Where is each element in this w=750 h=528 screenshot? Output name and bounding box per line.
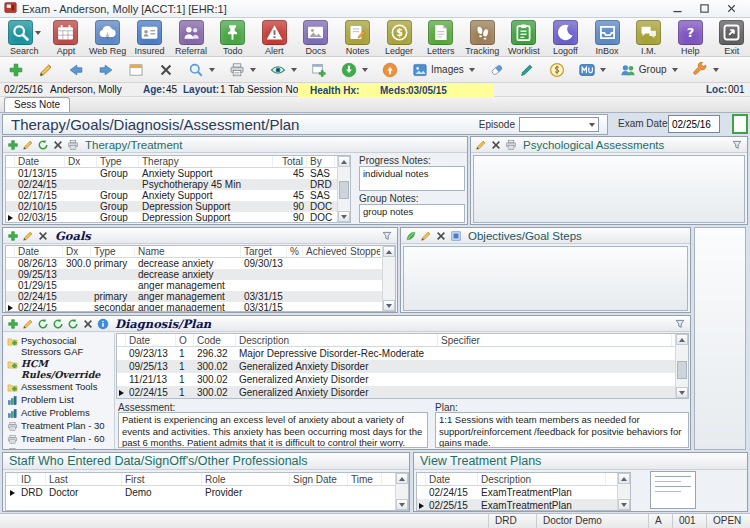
chevron-down-icon[interactable] bbox=[600, 68, 606, 72]
upload-button[interactable] bbox=[382, 62, 398, 78]
toolbar-button-referral[interactable]: Referral bbox=[173, 20, 210, 56]
table-row[interactable]: 01/29/15anger management bbox=[6, 280, 382, 291]
toolbar-button-letters[interactable]: Letters bbox=[422, 20, 459, 56]
plan-field[interactable]: 1:1 Sessions with team members as needed… bbox=[435, 412, 689, 448]
toolbar-button-ledger[interactable]: $Ledger bbox=[381, 20, 418, 56]
vertical-scrollbar[interactable] bbox=[617, 473, 630, 510]
sidebar-item-treatment-plan-90[interactable]: Treatment Plan - 90 bbox=[5, 446, 113, 449]
add-button[interactable] bbox=[8, 62, 24, 78]
scroll-track[interactable] bbox=[676, 345, 688, 387]
edit-pencil-icon[interactable] bbox=[475, 139, 487, 151]
print-icon[interactable] bbox=[505, 139, 517, 151]
scroll-up-button[interactable] bbox=[338, 156, 350, 167]
sidebar-item-assessment-tools[interactable]: Assessment Tools bbox=[5, 381, 113, 394]
table-row[interactable]: 08/26/13300.02primarydecrease anxiety09/… bbox=[6, 258, 382, 269]
health-meds-band[interactable]: Health Hx: Meds: 03/05/15 bbox=[298, 84, 494, 98]
sidebar-item-treatment-plan-30[interactable]: Treatment Plan - 30 bbox=[5, 420, 113, 433]
close-button[interactable] bbox=[725, 2, 738, 15]
filter-icon[interactable] bbox=[674, 318, 686, 330]
table-row[interactable]: 01/13/15GroupAnxiety Support45SAS bbox=[6, 168, 337, 179]
sidebar-item-treatment-plan-60[interactable]: Treatment Plan - 60 bbox=[5, 433, 113, 446]
toolbar-button-inbox[interactable]: InBox bbox=[589, 20, 626, 56]
download-button[interactable] bbox=[341, 62, 368, 78]
table-row[interactable]: DRDDoctorDemoProvider bbox=[6, 486, 395, 499]
add-icon[interactable] bbox=[7, 318, 19, 330]
exam-date-indicator[interactable] bbox=[732, 114, 748, 134]
assessment-field[interactable]: Patient is experiencing an excess level … bbox=[118, 412, 428, 448]
pill-button[interactable] bbox=[489, 62, 505, 78]
leaf-icon[interactable] bbox=[405, 230, 417, 242]
toolbar-button-tracking[interactable]: Tracking bbox=[464, 20, 501, 56]
chevron-down-icon[interactable] bbox=[291, 68, 297, 72]
table-row[interactable]: 02/24/15primaryanger management03/31/15 bbox=[6, 291, 382, 302]
group-notes-field[interactable]: group notes bbox=[359, 204, 465, 223]
sidebar-item-problem-list[interactable]: Problem List bbox=[5, 394, 113, 407]
refresh-icon[interactable] bbox=[52, 318, 64, 330]
add-icon[interactable] bbox=[7, 139, 19, 151]
print-button[interactable] bbox=[229, 62, 256, 78]
new-window-button[interactable] bbox=[311, 62, 327, 78]
chevron-down-icon[interactable] bbox=[469, 68, 475, 72]
group-button[interactable]: Group bbox=[620, 62, 678, 78]
episode-select[interactable] bbox=[519, 117, 599, 132]
toolbar-button-appt[interactable]: Appt bbox=[48, 20, 85, 56]
sidebar-item-active-problems[interactable]: Active Problems bbox=[5, 407, 113, 420]
zoom-button[interactable] bbox=[188, 62, 215, 78]
info-icon[interactable] bbox=[97, 318, 109, 330]
scroll-up-button[interactable] bbox=[396, 473, 408, 484]
edit-pencil-icon[interactable] bbox=[22, 139, 34, 151]
arrow-right-button[interactable] bbox=[98, 62, 114, 78]
scroll-down-button[interactable] bbox=[618, 499, 630, 510]
progress-notes-field[interactable]: individual notes bbox=[359, 166, 465, 191]
arrow-left-button[interactable] bbox=[68, 62, 84, 78]
table-row[interactable]: 02/03/15GroupDepression Support90DOC bbox=[6, 212, 337, 222]
table-row[interactable]: 02/24/15ExamTreatmentPlan bbox=[417, 486, 617, 499]
scroll-thumb[interactable] bbox=[339, 181, 349, 199]
toolbar-button-worklist[interactable]: Worklist bbox=[506, 20, 543, 56]
delete-x-icon[interactable] bbox=[82, 318, 94, 330]
chevron-down-icon[interactable] bbox=[362, 68, 368, 72]
scroll-up-button[interactable] bbox=[676, 334, 688, 345]
toolbar-button-i-m[interactable]: I.M. bbox=[630, 20, 667, 56]
table-row[interactable]: 02/24/151300.02Generalized Anxiety Disor… bbox=[117, 386, 675, 398]
toolbar-button-docs[interactable]: Docs bbox=[298, 20, 335, 56]
edit-pencil-icon[interactable] bbox=[22, 230, 34, 242]
toolbar-button-notes[interactable]: Notes bbox=[339, 20, 376, 56]
delete-x-button[interactable] bbox=[158, 62, 174, 78]
table-row[interactable]: 02/24/15secondaryanger management03/31/1… bbox=[6, 302, 382, 311]
table-row[interactable]: 09/25/131300.02Generalized Anxiety Disor… bbox=[117, 360, 675, 373]
table-row[interactable]: 02/25/15ExamTreatmentPlan bbox=[417, 499, 617, 510]
vertical-scrollbar[interactable] bbox=[395, 473, 408, 510]
edit-pencil-button[interactable] bbox=[38, 62, 54, 78]
images-button[interactable]: Images bbox=[412, 62, 475, 78]
refresh-icon[interactable] bbox=[67, 318, 79, 330]
edit-pencil-icon[interactable] bbox=[22, 318, 34, 330]
filter-icon[interactable] bbox=[381, 230, 393, 242]
scroll-down-button[interactable] bbox=[383, 300, 395, 311]
mu-button[interactable] bbox=[579, 62, 606, 78]
scroll-track[interactable] bbox=[618, 484, 630, 499]
vertical-scrollbar[interactable] bbox=[675, 334, 688, 398]
tab-sess-note[interactable]: Sess Note bbox=[4, 97, 70, 112]
wrench-button[interactable] bbox=[692, 62, 719, 78]
scroll-track[interactable] bbox=[383, 257, 395, 300]
toolbar-button-search[interactable]: Search bbox=[6, 20, 43, 56]
scroll-up-button[interactable] bbox=[383, 246, 395, 257]
table-row[interactable]: 09/23/131296.32Major Depressive Disorder… bbox=[117, 347, 675, 360]
toolbar-button-todo[interactable]: Todo bbox=[214, 20, 251, 56]
layout-button[interactable] bbox=[128, 62, 144, 78]
delete-x-icon[interactable] bbox=[37, 230, 49, 242]
table-row[interactable]: 02/17/15GroupAnxiety Support45SAS bbox=[6, 190, 337, 201]
table-row[interactable]: 02/24/15Psychotherapy 45 MinDRD bbox=[6, 179, 337, 190]
table-row[interactable]: 02/10/15GroupDepression Support90DOC bbox=[6, 201, 337, 212]
refresh-icon[interactable] bbox=[37, 318, 49, 330]
toolbar-button-exit[interactable]: Exit bbox=[714, 20, 750, 56]
scroll-thumb[interactable] bbox=[677, 361, 687, 379]
chevron-down-icon[interactable] bbox=[713, 68, 719, 72]
table-row[interactable]: 11/21/131300.02Generalized Anxiety Disor… bbox=[117, 373, 675, 386]
plan-preview-thumbnail[interactable] bbox=[650, 471, 696, 509]
print-icon[interactable] bbox=[67, 139, 79, 151]
exam-date-input[interactable] bbox=[668, 115, 720, 133]
scroll-down-button[interactable] bbox=[676, 387, 688, 398]
add-icon[interactable] bbox=[7, 230, 19, 242]
